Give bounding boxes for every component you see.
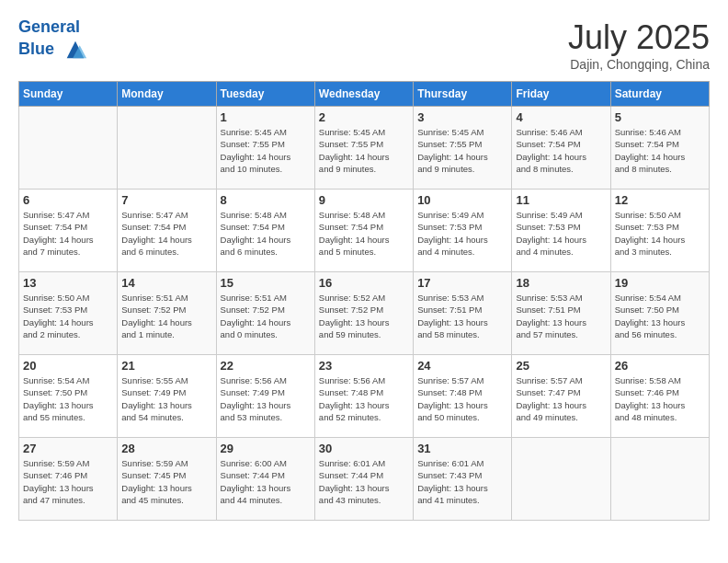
weekday-header-row: SundayMondayTuesdayWednesdayThursdayFrid… (19, 82, 710, 107)
logo: General Blue (18, 18, 88, 63)
calendar-cell: 6Sunrise: 5:47 AM Sunset: 7:54 PM Daylig… (19, 190, 118, 272)
day-number: 11 (516, 193, 606, 207)
calendar-cell: 16Sunrise: 5:52 AM Sunset: 7:52 PM Dayli… (314, 272, 413, 355)
calendar-cell (512, 438, 610, 521)
location-subtitle: Dajin, Chongqing, China (568, 57, 710, 72)
calendar-cell (19, 107, 118, 190)
day-info: Sunrise: 5:45 AM Sunset: 7:55 PM Dayligh… (221, 126, 311, 175)
calendar-cell: 31Sunrise: 6:01 AM Sunset: 7:43 PM Dayli… (414, 438, 512, 521)
day-info: Sunrise: 5:57 AM Sunset: 7:48 PM Dayligh… (417, 374, 507, 423)
day-info: Sunrise: 5:56 AM Sunset: 7:49 PM Dayligh… (221, 374, 311, 423)
weekday-header-monday: Monday (118, 82, 216, 107)
page-header: General Blue July 2025 Dajin, Chongqing,… (18, 18, 710, 72)
calendar-cell: 18Sunrise: 5:53 AM Sunset: 7:51 PM Dayli… (512, 272, 610, 355)
day-number: 20 (23, 359, 113, 373)
day-info: Sunrise: 5:57 AM Sunset: 7:47 PM Dayligh… (516, 374, 606, 423)
day-info: Sunrise: 5:58 AM Sunset: 7:46 PM Dayligh… (615, 374, 705, 423)
day-number: 14 (121, 276, 211, 290)
title-block: July 2025 Dajin, Chongqing, China (568, 18, 710, 72)
day-info: Sunrise: 5:59 AM Sunset: 7:46 PM Dayligh… (23, 457, 113, 506)
calendar-cell: 10Sunrise: 5:49 AM Sunset: 7:53 PM Dayli… (414, 190, 512, 272)
day-number: 9 (319, 193, 409, 207)
day-info: Sunrise: 5:49 AM Sunset: 7:53 PM Dayligh… (516, 209, 606, 258)
weekday-header-thursday: Thursday (414, 82, 512, 107)
day-number: 1 (221, 110, 311, 124)
day-number: 21 (121, 359, 211, 373)
calendar-cell: 23Sunrise: 5:56 AM Sunset: 7:48 PM Dayli… (314, 355, 413, 438)
day-number: 28 (121, 442, 211, 455)
calendar-week-row: 6Sunrise: 5:47 AM Sunset: 7:54 PM Daylig… (19, 190, 710, 272)
day-number: 24 (417, 359, 507, 373)
calendar-week-row: 1Sunrise: 5:45 AM Sunset: 7:55 PM Daylig… (19, 107, 710, 190)
calendar-cell: 21Sunrise: 5:55 AM Sunset: 7:49 PM Dayli… (118, 355, 216, 438)
day-info: Sunrise: 6:01 AM Sunset: 7:43 PM Dayligh… (417, 457, 507, 506)
weekday-header-saturday: Saturday (610, 82, 709, 107)
day-number: 26 (615, 359, 705, 373)
calendar-cell (610, 438, 709, 521)
day-number: 12 (615, 193, 705, 207)
day-info: Sunrise: 5:45 AM Sunset: 7:55 PM Dayligh… (319, 126, 409, 175)
weekday-header-friday: Friday (512, 82, 610, 107)
day-info: Sunrise: 5:45 AM Sunset: 7:55 PM Dayligh… (417, 126, 507, 175)
day-number: 27 (23, 442, 113, 455)
calendar-cell: 11Sunrise: 5:49 AM Sunset: 7:53 PM Dayli… (512, 190, 610, 272)
day-info: Sunrise: 5:47 AM Sunset: 7:54 PM Dayligh… (23, 209, 113, 258)
day-number: 10 (417, 193, 507, 207)
calendar-cell: 25Sunrise: 5:57 AM Sunset: 7:47 PM Dayli… (512, 355, 610, 438)
calendar-cell: 1Sunrise: 5:45 AM Sunset: 7:55 PM Daylig… (216, 107, 314, 190)
calendar-week-row: 13Sunrise: 5:50 AM Sunset: 7:53 PM Dayli… (19, 272, 710, 355)
logo-general: General (18, 17, 80, 36)
day-number: 18 (516, 276, 606, 290)
day-info: Sunrise: 5:52 AM Sunset: 7:52 PM Dayligh… (319, 292, 409, 340)
weekday-header-tuesday: Tuesday (216, 82, 314, 107)
month-title: July 2025 (568, 18, 710, 57)
calendar-cell: 30Sunrise: 6:01 AM Sunset: 7:44 PM Dayli… (314, 438, 413, 521)
day-info: Sunrise: 5:47 AM Sunset: 7:54 PM Dayligh… (121, 209, 211, 258)
weekday-header-wednesday: Wednesday (314, 82, 413, 107)
calendar-cell: 19Sunrise: 5:54 AM Sunset: 7:50 PM Dayli… (610, 272, 709, 355)
calendar-cell: 7Sunrise: 5:47 AM Sunset: 7:54 PM Daylig… (118, 190, 216, 272)
calendar-table: SundayMondayTuesdayWednesdayThursdayFrid… (18, 81, 710, 521)
day-info: Sunrise: 5:55 AM Sunset: 7:49 PM Dayligh… (121, 374, 211, 423)
day-info: Sunrise: 5:56 AM Sunset: 7:48 PM Dayligh… (319, 374, 409, 423)
day-number: 3 (417, 110, 507, 124)
calendar-cell (118, 107, 216, 190)
day-info: Sunrise: 5:54 AM Sunset: 7:50 PM Dayligh… (23, 374, 113, 423)
calendar-cell: 5Sunrise: 5:46 AM Sunset: 7:54 PM Daylig… (610, 107, 709, 190)
day-number: 17 (417, 276, 507, 290)
day-info: Sunrise: 5:59 AM Sunset: 7:45 PM Dayligh… (121, 457, 211, 506)
day-number: 6 (23, 193, 113, 207)
calendar-cell: 3Sunrise: 5:45 AM Sunset: 7:55 PM Daylig… (414, 107, 512, 190)
day-number: 15 (221, 276, 311, 290)
calendar-cell: 12Sunrise: 5:50 AM Sunset: 7:53 PM Dayli… (610, 190, 709, 272)
calendar-cell: 26Sunrise: 5:58 AM Sunset: 7:46 PM Dayli… (610, 355, 709, 438)
day-info: Sunrise: 5:46 AM Sunset: 7:54 PM Dayligh… (516, 126, 606, 175)
calendar-cell: 29Sunrise: 6:00 AM Sunset: 7:44 PM Dayli… (216, 438, 314, 521)
day-info: Sunrise: 5:50 AM Sunset: 7:53 PM Dayligh… (615, 209, 705, 258)
weekday-header-sunday: Sunday (19, 82, 118, 107)
day-number: 5 (615, 110, 705, 124)
day-info: Sunrise: 5:46 AM Sunset: 7:54 PM Dayligh… (615, 126, 705, 175)
day-number: 8 (221, 193, 311, 207)
calendar-cell: 9Sunrise: 5:48 AM Sunset: 7:54 PM Daylig… (314, 190, 413, 272)
day-number: 25 (516, 359, 606, 373)
calendar-week-row: 27Sunrise: 5:59 AM Sunset: 7:46 PM Dayli… (19, 438, 710, 521)
day-number: 30 (319, 442, 409, 455)
calendar-cell: 22Sunrise: 5:56 AM Sunset: 7:49 PM Dayli… (216, 355, 314, 438)
calendar-cell: 17Sunrise: 5:53 AM Sunset: 7:51 PM Dayli… (414, 272, 512, 355)
day-info: Sunrise: 5:50 AM Sunset: 7:53 PM Dayligh… (23, 292, 113, 340)
calendar-cell: 15Sunrise: 5:51 AM Sunset: 7:52 PM Dayli… (216, 272, 314, 355)
day-info: Sunrise: 5:54 AM Sunset: 7:50 PM Dayligh… (615, 292, 705, 340)
day-info: Sunrise: 5:51 AM Sunset: 7:52 PM Dayligh… (221, 292, 311, 340)
day-number: 7 (121, 193, 211, 207)
day-number: 2 (319, 110, 409, 124)
day-info: Sunrise: 5:53 AM Sunset: 7:51 PM Dayligh… (417, 292, 507, 340)
calendar-cell: 4Sunrise: 5:46 AM Sunset: 7:54 PM Daylig… (512, 107, 610, 190)
day-number: 13 (23, 276, 113, 290)
logo-icon (63, 37, 88, 63)
logo-blue: Blue (18, 40, 54, 58)
day-info: Sunrise: 5:48 AM Sunset: 7:54 PM Dayligh… (319, 209, 409, 258)
calendar-cell: 20Sunrise: 5:54 AM Sunset: 7:50 PM Dayli… (19, 355, 118, 438)
day-number: 19 (615, 276, 705, 290)
day-info: Sunrise: 5:51 AM Sunset: 7:52 PM Dayligh… (121, 292, 211, 340)
